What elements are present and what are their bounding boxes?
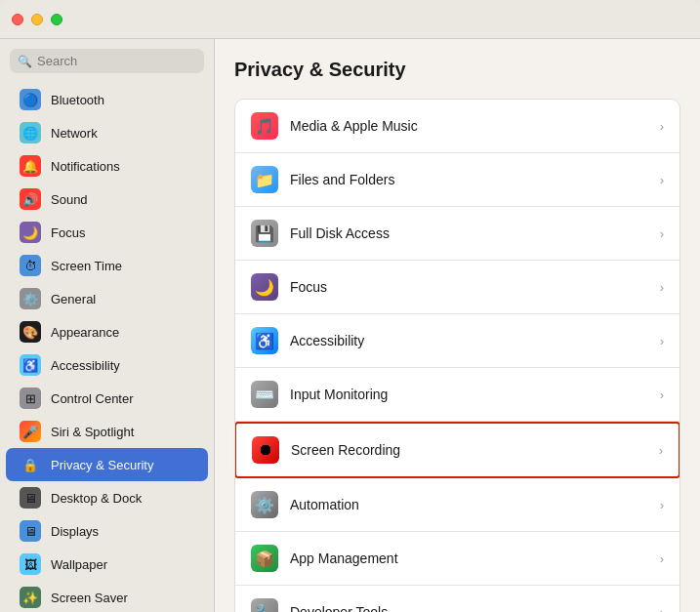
- sidebar-item-bluetooth[interactable]: 🔵Bluetooth: [6, 83, 208, 116]
- appearance-icon: 🎨: [20, 321, 41, 343]
- developer-tools-settings-icon: 🔧: [251, 598, 278, 612]
- settings-item-label-full-disk: Full Disk Access: [290, 225, 648, 241]
- content-area: Privacy & Security 🎵Media & Apple Music›…: [215, 39, 700, 612]
- media-music-settings-icon: 🎵: [251, 112, 278, 140]
- settings-item-label-media-music: Media & Apple Music: [290, 118, 648, 134]
- settings-item-accessibility[interactable]: ♿Accessibility›: [235, 314, 679, 368]
- sidebar-item-label-privacy: Privacy & Security: [51, 458, 153, 472]
- wallpaper-icon: 🖼: [20, 553, 41, 575]
- sidebar-item-notifications[interactable]: 🔔Notifications: [6, 149, 208, 183]
- chevron-icon-accessibility: ›: [660, 334, 664, 348]
- sidebar-item-label-sound: Sound: [51, 192, 88, 207]
- sidebar: 🔍 🔵Bluetooth🌐Network🔔Notifications🔊Sound…: [0, 39, 215, 612]
- settings-item-media-music[interactable]: 🎵Media & Apple Music›: [235, 100, 679, 153]
- app-management-settings-icon: 📦: [251, 545, 278, 572]
- input-monitoring-settings-icon: ⌨️: [251, 381, 278, 408]
- desktop-icon: 🖥: [20, 487, 41, 509]
- notifications-icon: 🔔: [20, 155, 41, 177]
- settings-item-automation[interactable]: ⚙️Automation›: [235, 478, 679, 532]
- sidebar-item-general[interactable]: ⚙️General: [6, 282, 208, 315]
- sidebar-item-label-notifications: Notifications: [51, 159, 120, 174]
- settings-item-developer-tools[interactable]: 🔧Developer Tools›: [235, 586, 679, 612]
- bluetooth-icon: 🔵: [20, 89, 41, 110]
- sidebar-item-desktop[interactable]: 🖥Desktop & Dock: [6, 481, 208, 514]
- network-icon: 🌐: [20, 122, 41, 143]
- settings-item-label-files-folders: Files and Folders: [290, 172, 648, 187]
- full-disk-settings-icon: 💾: [251, 220, 278, 247]
- sidebar-item-appearance[interactable]: 🎨Appearance: [6, 315, 208, 348]
- chevron-icon-focus: ›: [660, 280, 664, 295]
- settings-item-label-automation: Automation: [290, 497, 648, 512]
- screensaver-icon: ✨: [20, 587, 41, 608]
- chevron-icon-app-management: ›: [660, 551, 664, 566]
- page-title: Privacy & Security: [234, 59, 680, 81]
- search-input[interactable]: [37, 54, 196, 68]
- focus-settings-icon: 🌙: [251, 273, 278, 301]
- search-box[interactable]: 🔍: [10, 49, 204, 73]
- chevron-icon-files-folders: ›: [660, 173, 664, 187]
- sidebar-item-wallpaper[interactable]: 🖼Wallpaper: [6, 548, 208, 581]
- settings-item-label-input-monitoring: Input Monitoring: [290, 387, 648, 402]
- controlcenter-icon: ⊞: [20, 388, 41, 409]
- chevron-icon-media-music: ›: [660, 119, 664, 134]
- settings-item-label-app-management: App Management: [290, 551, 648, 566]
- settings-item-files-folders[interactable]: 📁Files and Folders›: [235, 153, 679, 207]
- sidebar-item-label-appearance: Appearance: [51, 325, 119, 340]
- screentime-icon: ⏱: [20, 255, 41, 276]
- sidebar-item-controlcenter[interactable]: ⊞Control Center: [6, 382, 208, 415]
- sidebar-item-label-bluetooth: Bluetooth: [51, 93, 104, 107]
- settings-item-screen-recording[interactable]: ⏺Screen Recording›: [234, 422, 680, 478]
- minimize-button[interactable]: [31, 14, 43, 25]
- sidebar-item-accessibility[interactable]: ♿Accessibility: [6, 348, 208, 382]
- settings-section-0: 🎵Media & Apple Music›📁Files and Folders›…: [234, 99, 680, 612]
- settings-item-input-monitoring[interactable]: ⌨️Input Monitoring›: [235, 368, 679, 422]
- settings-item-full-disk[interactable]: 💾Full Disk Access›: [235, 207, 679, 261]
- sidebar-item-label-desktop: Desktop & Dock: [51, 491, 142, 506]
- maximize-button[interactable]: [51, 14, 62, 25]
- siri-icon: 🎤: [20, 421, 41, 442]
- sidebar-item-privacy[interactable]: 🔒Privacy & Security: [6, 448, 208, 481]
- settings-item-focus[interactable]: 🌙Focus›: [235, 261, 679, 314]
- sidebar-item-label-general: General: [51, 292, 96, 306]
- accessibility-icon: ♿: [20, 354, 41, 376]
- sidebar-item-label-controlcenter: Control Center: [51, 391, 134, 406]
- sound-icon: 🔊: [20, 188, 41, 210]
- accessibility-settings-icon: ♿: [251, 327, 278, 354]
- chevron-icon-automation: ›: [660, 498, 664, 512]
- settings-item-label-accessibility: Accessibility: [290, 333, 648, 348]
- chevron-icon-developer-tools: ›: [660, 605, 664, 613]
- sidebar-item-label-screentime: Screen Time: [51, 259, 122, 273]
- sidebar-item-focus[interactable]: 🌙Focus: [6, 216, 208, 249]
- screen-recording-settings-icon: ⏺: [252, 436, 279, 464]
- settings-item-label-developer-tools: Developer Tools: [290, 604, 648, 612]
- sidebar-item-sound[interactable]: 🔊Sound: [6, 183, 208, 216]
- main-layout: 🔍 🔵Bluetooth🌐Network🔔Notifications🔊Sound…: [0, 39, 700, 612]
- close-button[interactable]: [12, 14, 23, 25]
- privacy-icon: 🔒: [20, 454, 41, 475]
- settings-item-app-management[interactable]: 📦App Management›: [235, 532, 679, 586]
- settings-item-label-focus: Focus: [290, 279, 648, 295]
- sidebar-item-screensaver[interactable]: ✨Screen Saver: [6, 581, 208, 612]
- sidebar-item-screentime[interactable]: ⏱Screen Time: [6, 249, 208, 282]
- sidebar-item-label-displays: Displays: [51, 524, 99, 539]
- sidebar-item-label-screensaver: Screen Saver: [51, 591, 128, 605]
- sidebar-item-label-accessibility: Accessibility: [51, 358, 120, 373]
- sidebar-item-label-network: Network: [51, 126, 98, 141]
- titlebar: [0, 0, 700, 39]
- displays-icon: 🖥: [20, 520, 41, 542]
- settings-item-label-screen-recording: Screen Recording: [291, 442, 647, 458]
- search-icon: 🔍: [18, 55, 32, 68]
- files-folders-settings-icon: 📁: [251, 166, 278, 193]
- chevron-icon-screen-recording: ›: [659, 443, 663, 458]
- sidebar-item-siri[interactable]: 🎤Siri & Spotlight: [6, 415, 208, 448]
- general-icon: ⚙️: [20, 288, 41, 309]
- focus-icon: 🌙: [20, 222, 41, 243]
- sidebar-item-label-focus: Focus: [51, 225, 85, 240]
- sidebar-item-network[interactable]: 🌐Network: [6, 116, 208, 149]
- chevron-icon-full-disk: ›: [660, 226, 664, 241]
- automation-settings-icon: ⚙️: [251, 491, 278, 518]
- sidebar-item-label-wallpaper: Wallpaper: [51, 557, 107, 572]
- sidebar-item-displays[interactable]: 🖥Displays: [6, 514, 208, 548]
- sidebar-item-label-siri: Siri & Spotlight: [51, 425, 134, 439]
- chevron-icon-input-monitoring: ›: [660, 388, 664, 402]
